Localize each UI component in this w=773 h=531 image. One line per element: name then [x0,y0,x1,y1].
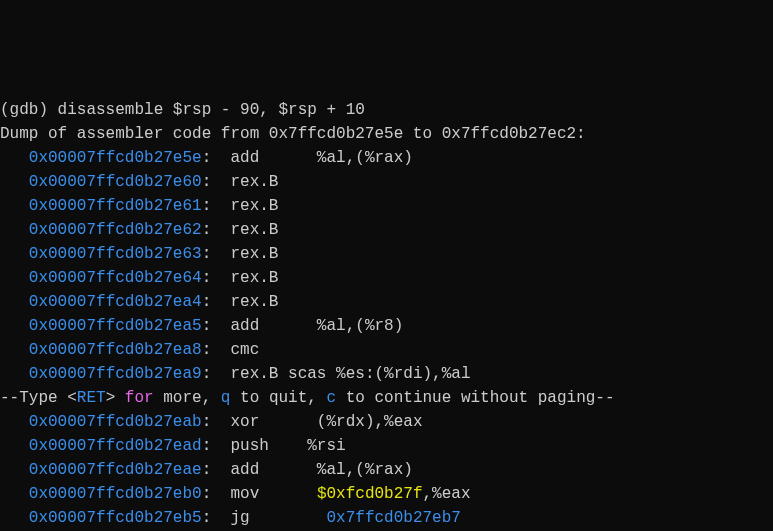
asm-indent [0,509,29,527]
asm-addr: 0x00007ffcd0b27eab [29,413,202,431]
asm-addr: 0x00007ffcd0b27ead [29,437,202,455]
asm-colon: : [202,197,231,215]
pager-text: more, [154,389,221,407]
asm-mnemonic: rex.B [230,293,278,311]
asm-mnemonic: jg [230,509,288,527]
asm-addr: 0x00007ffcd0b27ea9 [29,365,202,383]
dump-addr-from: 0x7ffcd0b27e5e [269,125,403,143]
asm-operands: %al,(%rax) [288,461,413,479]
asm-row: 0x00007ffcd0b27e63: rex.B [0,242,773,266]
asm-addr: 0x00007ffcd0b27eb0 [29,485,202,503]
asm-addr: 0x00007ffcd0b27e61 [29,197,202,215]
dump-header-line: Dump of assembler code from 0x7ffcd0b27e… [0,122,773,146]
asm-indent [0,437,29,455]
asm-addr: 0x00007ffcd0b27e60 [29,173,202,191]
asm-colon: : [202,293,231,311]
asm-mnemonic: rex.B [230,173,278,191]
asm-colon: : [202,245,231,263]
asm-mnemonic: add [230,149,288,167]
asm-colon: : [202,461,231,479]
pager-key-ret[interactable]: RET [77,389,106,407]
asm-addr: 0x00007ffcd0b27e63 [29,245,202,263]
asm-row: 0x00007ffcd0b27ea4: rex.B [0,290,773,314]
gdb-prompt: (gdb) [0,101,58,119]
asm-indent [0,293,29,311]
asm-colon: : [202,413,231,431]
asm-indent [0,413,29,431]
asm-operands: ,%eax [423,485,471,503]
asm-addr: 0x00007ffcd0b27ea8 [29,341,202,359]
asm-operands [288,509,326,527]
asm-colon: : [202,509,231,527]
asm-colon: : [202,365,231,383]
asm-colon: : [202,269,231,287]
asm-addr: 0x00007ffcd0b27e5e [29,149,202,167]
pager-key-c[interactable]: c [326,389,336,407]
asm-indent [0,461,29,479]
pager-text: --Type < [0,389,77,407]
dump-header-prefix: Dump of assembler code from [0,125,269,143]
asm-indent [0,317,29,335]
asm-row: 0x00007ffcd0b27e60: rex.B [0,170,773,194]
asm-row: 0x00007ffcd0b27eb0: mov $0xfcd0b27f,%eax [0,482,773,506]
asm-row: 0x00007ffcd0b27eab: xor (%rdx),%eax [0,410,773,434]
asm-row: 0x00007ffcd0b27e61: rex.B [0,194,773,218]
asm-mnemonic: xor [230,413,288,431]
gdb-pager-line: --Type <RET> for more, q to quit, c to c… [0,386,773,410]
dump-header-mid: to [403,125,441,143]
asm-mnemonic: rex.B [230,221,278,239]
asm-operands: %al,(%rax) [288,149,413,167]
asm-operands [288,485,317,503]
asm-indent [0,245,29,263]
asm-mnemonic: push [230,437,288,455]
asm-addr: 0x00007ffcd0b27ea4 [29,293,202,311]
asm-indent [0,173,29,191]
asm-colon: : [202,485,231,503]
gdb-command[interactable]: disassemble $rsp - 90, $rsp + 10 [58,101,365,119]
asm-row: 0x00007ffcd0b27e62: rex.B [0,218,773,242]
asm-row: 0x00007ffcd0b27eae: add %al,(%rax) [0,458,773,482]
asm-row: 0x00007ffcd0b27eb5: jg 0x7ffcd0b27eb7 [0,506,773,530]
asm-immediate: $0xfcd0b27f [317,485,423,503]
asm-mnemonic: add [230,317,288,335]
dump-addr-to: 0x7ffcd0b27ec2 [442,125,576,143]
asm-colon: : [202,341,231,359]
asm-colon: : [202,149,231,167]
asm-colon: : [202,173,231,191]
asm-mnemonic: mov [230,485,288,503]
asm-addr: 0x00007ffcd0b27ea5 [29,317,202,335]
asm-colon: : [202,437,231,455]
asm-indent [0,341,29,359]
asm-mnemonic: cmc [230,341,259,359]
gdb-terminal: (gdb) disassemble $rsp - 90, $rsp + 10Du… [0,98,773,531]
asm-addr: 0x00007ffcd0b27e64 [29,269,202,287]
asm-operands: %rsi [288,437,346,455]
asm-indent [0,149,29,167]
asm-addr: 0x00007ffcd0b27eae [29,461,202,479]
asm-colon: : [202,221,231,239]
asm-jump-target: 0x7ffcd0b27eb7 [326,509,460,527]
asm-indent [0,365,29,383]
asm-operands: (%rdx),%eax [288,413,422,431]
asm-addr: 0x00007ffcd0b27e62 [29,221,202,239]
pager-text: to quit, [230,389,326,407]
asm-mnemonic: rex.B [230,269,278,287]
pager-text: to continue without paging-- [336,389,614,407]
asm-row: 0x00007ffcd0b27ea9: rex.B scas %es:(%rdi… [0,362,773,386]
asm-indent [0,485,29,503]
asm-colon: : [202,317,231,335]
asm-row: 0x00007ffcd0b27ea8: cmc [0,338,773,362]
asm-addr: 0x00007ffcd0b27eb5 [29,509,202,527]
asm-row: 0x00007ffcd0b27e64: rex.B [0,266,773,290]
pager-text: > [106,389,125,407]
asm-mnemonic: rex.B [230,197,278,215]
asm-operands: %al,(%r8) [288,317,403,335]
pager-keyword-for: for [125,389,154,407]
asm-indent [0,221,29,239]
asm-row: 0x00007ffcd0b27ead: push %rsi [0,434,773,458]
asm-indent [0,269,29,287]
asm-mnemonic: rex.B [230,245,278,263]
asm-mnemonic: rex.B scas %es:(%rdi),%al [230,365,470,383]
asm-row: 0x00007ffcd0b27e5e: add %al,(%rax) [0,146,773,170]
asm-indent [0,197,29,215]
